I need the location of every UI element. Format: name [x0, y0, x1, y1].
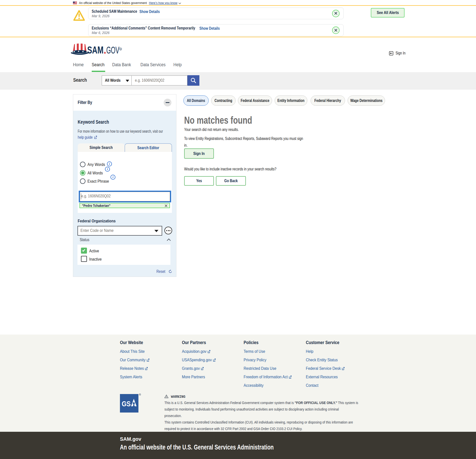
- svg-text:SAM: SAM: [87, 44, 103, 55]
- svg-text:GS: GS: [122, 400, 131, 408]
- svg-text:GOV: GOV: [106, 45, 119, 55]
- svg-text:R: R: [120, 48, 121, 50]
